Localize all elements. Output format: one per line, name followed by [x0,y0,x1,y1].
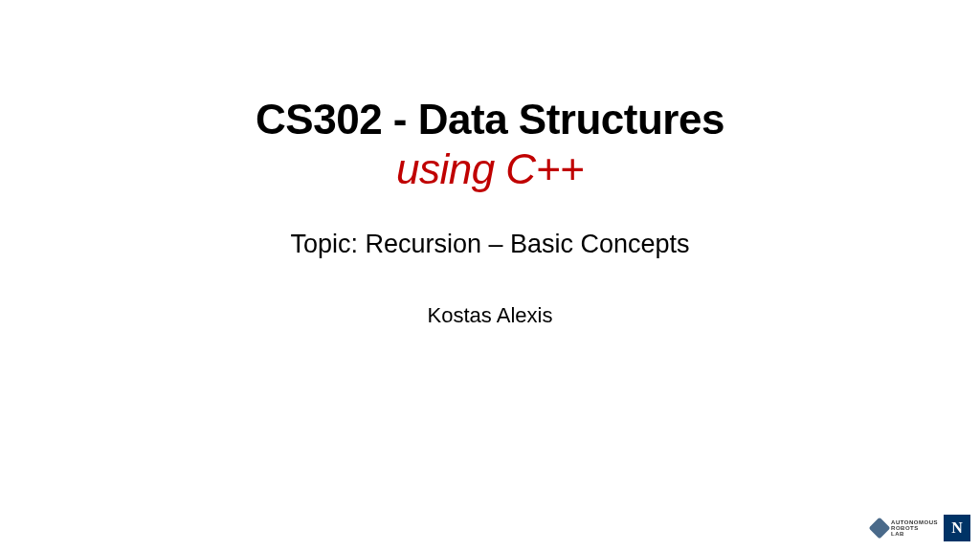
lab-icon [869,518,891,540]
university-logo: N [944,515,970,541]
footer-logos: AUTONOMOUS ROBOTS LAB N [872,515,970,541]
topic-text: Topic: Recursion – Basic Concepts [290,230,689,259]
lab-logo: AUTONOMOUS ROBOTS LAB [872,519,938,537]
lab-text: AUTONOMOUS ROBOTS LAB [891,519,938,537]
lab-text-line3: LAB [891,531,938,537]
course-title: CS302 - Data Structures [256,96,724,143]
course-subtitle: using C++ [396,145,584,193]
author-name: Kostas Alexis [428,303,553,328]
slide-container: CS302 - Data Structures using C++ Topic:… [0,0,980,551]
